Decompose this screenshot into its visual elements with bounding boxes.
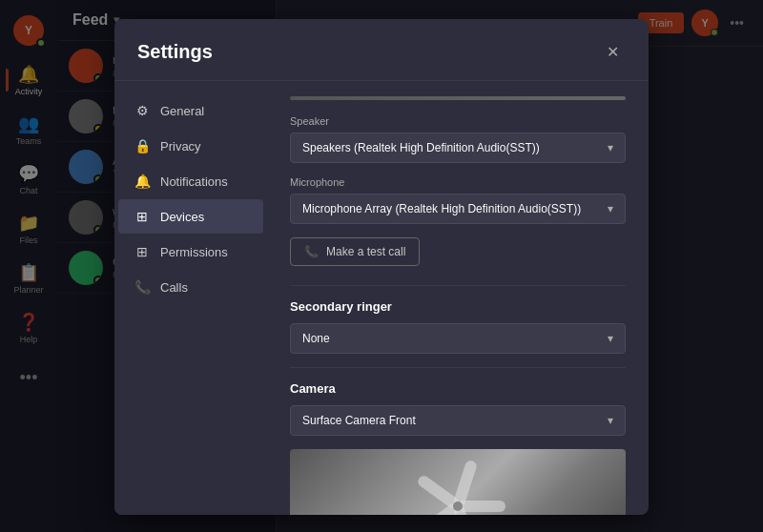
test-call-label: Make a test call xyxy=(326,245,405,258)
notifications-icon: 🔔 xyxy=(134,174,151,189)
microphone-dropdown[interactable]: Microphone Array (Realtek High Definitio… xyxy=(290,194,626,224)
secondary-ringer-title: Secondary ringer xyxy=(290,299,626,314)
nav-item-general[interactable]: ⚙ General xyxy=(118,93,263,128)
progress-bar xyxy=(290,96,626,100)
privacy-icon: 🔒 xyxy=(134,138,151,153)
camera-title: Camera xyxy=(290,381,626,396)
calls-icon: 📞 xyxy=(134,279,151,295)
nav-label-general: General xyxy=(160,104,204,118)
phone-icon: 📞 xyxy=(304,245,319,258)
divider xyxy=(290,285,626,286)
speaker-value: Speakers (Realtek High Definition Audio(… xyxy=(302,141,540,154)
nav-label-permissions: Permissions xyxy=(160,245,228,259)
camera-preview-inner: Preview xyxy=(290,449,626,515)
microphone-chevron-icon: ▾ xyxy=(608,202,613,215)
nav-item-privacy[interactable]: 🔒 Privacy xyxy=(118,129,263,163)
modal-header: Settings ✕ xyxy=(114,19,649,81)
camera-preview: Preview xyxy=(290,449,626,515)
ringer-chevron-icon: ▾ xyxy=(608,332,613,345)
nav-label-notifications: Notifications xyxy=(160,174,228,189)
camera-chevron-icon: ▾ xyxy=(608,414,613,427)
fan-center xyxy=(453,501,463,511)
camera-value: Surface Camera Front xyxy=(302,414,416,427)
microphone-value: Microphone Array (Realtek High Definitio… xyxy=(302,202,581,215)
divider-2 xyxy=(290,367,626,368)
close-icon: ✕ xyxy=(607,43,619,61)
nav-label-devices: Devices xyxy=(160,210,204,224)
secondary-ringer-dropdown[interactable]: None ▾ xyxy=(290,323,626,354)
nav-item-devices[interactable]: ⊞ Devices xyxy=(118,199,263,234)
settings-modal: Settings ✕ ⚙ General 🔒 Privacy 🔔 Notific xyxy=(114,19,649,515)
settings-content: Speaker Speakers (Realtek High Definitio… xyxy=(267,81,649,515)
speaker-label: Speaker xyxy=(290,115,626,127)
modal-backdrop: Settings ✕ ⚙ General 🔒 Privacy 🔔 Notific xyxy=(0,0,763,532)
nav-item-calls[interactable]: 📞 Calls xyxy=(118,270,263,304)
microphone-label: Microphone xyxy=(290,176,626,188)
camera-dropdown[interactable]: Surface Camera Front ▾ xyxy=(290,405,626,436)
general-icon: ⚙ xyxy=(134,103,151,118)
nav-label-calls: Calls xyxy=(160,280,188,295)
close-button[interactable]: ✕ xyxy=(599,38,626,65)
test-call-button[interactable]: 📞 Make a test call xyxy=(290,237,420,266)
nav-item-notifications[interactable]: 🔔 Notifications xyxy=(118,164,263,198)
nav-item-permissions[interactable]: ⊞ Permissions xyxy=(118,235,263,269)
settings-nav: ⚙ General 🔒 Privacy 🔔 Notifications ⊞ De… xyxy=(114,81,267,515)
modal-body: ⚙ General 🔒 Privacy 🔔 Notifications ⊞ De… xyxy=(114,81,649,515)
modal-title: Settings xyxy=(137,41,213,63)
secondary-ringer-value: None xyxy=(302,332,330,345)
speaker-dropdown[interactable]: Speakers (Realtek High Definition Audio(… xyxy=(290,133,626,163)
permissions-icon: ⊞ xyxy=(134,244,151,259)
nav-label-privacy: Privacy xyxy=(160,139,201,153)
devices-icon: ⊞ xyxy=(134,209,151,224)
speaker-chevron-icon: ▾ xyxy=(608,141,613,154)
